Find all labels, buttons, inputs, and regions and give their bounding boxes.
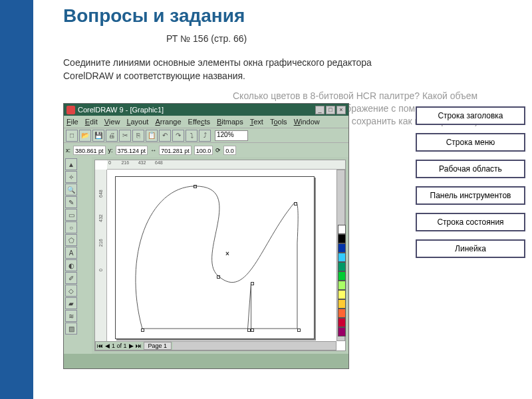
node-handle[interactable] [251, 329, 254, 332]
x-coord[interactable]: 380.861 pt [73, 146, 106, 155]
swatch-orange[interactable] [338, 309, 346, 318]
outline-tool-icon[interactable]: ◇ [65, 285, 77, 297]
center-mark-icon: × [225, 250, 229, 257]
property-bar: x: 380.861 pt y: 375.124 pt ↔ 701.281 pt… [64, 142, 348, 157]
export-icon[interactable]: ⤴ [199, 130, 211, 142]
menu-text[interactable]: Text [250, 118, 263, 126]
rectangle-tool-icon[interactable]: ▭ [65, 209, 77, 221]
swatch-white[interactable] [338, 225, 346, 234]
menu-file[interactable]: File [66, 118, 78, 126]
label-menubar[interactable]: Строка меню [416, 133, 525, 152]
workarea: ▲ ✧ 🔍 ✎ ▭ ○ ⬠ A ◐ ✐ ◇ ▰ ≋ ▨ 0 216 432 64… [64, 157, 348, 354]
w-coord[interactable]: 701.281 pt [159, 146, 192, 155]
zoom-input[interactable]: 120% [215, 130, 248, 141]
titlebar[interactable]: CorelDRAW 9 - [Graphic1] _ □ × [64, 104, 348, 116]
swatch-cyan[interactable] [338, 253, 346, 262]
swatch-yellow[interactable] [338, 290, 346, 299]
cx[interactable]: 100.0 [194, 146, 213, 155]
menu-edit[interactable]: Edit [85, 118, 98, 126]
label-boxes: Строка заголовка Строка меню Рабочая обл… [416, 106, 525, 266]
w-label: ↔ [150, 147, 156, 154]
last-page-icon[interactable]: ⏭ [136, 342, 142, 349]
node-handle[interactable] [141, 329, 144, 332]
shape-tool-icon[interactable]: ✧ [65, 171, 77, 183]
blend-tool-icon[interactable]: ≋ [65, 310, 77, 322]
paste-icon[interactable]: 📋 [146, 130, 158, 142]
page-tab[interactable]: Page 1 [144, 342, 172, 350]
menubar: File Edit View Layout Arrange Effects Bi… [64, 116, 348, 128]
menu-effects[interactable]: Effects [188, 118, 210, 126]
label-toolbox[interactable]: Панель инструментов [416, 186, 525, 205]
swatch-lime[interactable] [338, 281, 346, 290]
instruction-text: Соедините линиями основные элементы окна… [63, 57, 409, 82]
fill-tool-icon[interactable]: ▰ [65, 297, 77, 309]
new-icon[interactable]: □ [66, 130, 78, 142]
freehand-tool-icon[interactable]: ✎ [65, 196, 77, 208]
cut-icon[interactable]: ✂ [119, 130, 131, 142]
rot[interactable]: 0.0 [223, 146, 236, 155]
menu-arrange[interactable]: Arrange [155, 118, 181, 126]
menu-bitmaps[interactable]: Bitmaps [217, 118, 243, 126]
swatch-amber[interactable] [338, 299, 346, 309]
zoom-tool-icon[interactable]: 🔍 [65, 184, 77, 196]
swatch-magenta[interactable] [338, 327, 346, 336]
text-tool-icon[interactable]: A [65, 247, 77, 259]
rot-label: ⟳ [215, 147, 221, 154]
node-handle[interactable] [247, 329, 251, 332]
ruler-horizontal[interactable]: 0 216 432 648 [107, 160, 345, 170]
menu-tools[interactable]: Tools [270, 118, 287, 126]
swatch-black[interactable] [338, 234, 346, 243]
next-page-icon[interactable]: ▶ [129, 342, 134, 349]
bezier-curve[interactable] [116, 177, 314, 338]
swatch-blue[interactable] [338, 243, 346, 253]
pick-tool-icon[interactable]: ▲ [65, 158, 77, 170]
maximize-button[interactable]: □ [326, 106, 335, 114]
copy-icon[interactable]: ⎘ [132, 130, 144, 142]
import-icon[interactable]: ⤵ [186, 130, 198, 142]
node-handle[interactable] [217, 275, 220, 279]
label-workarea[interactable]: Рабочая область [416, 160, 525, 178]
redo-icon[interactable]: ↷ [172, 130, 184, 142]
standard-toolbar: □ 📂 💾 🖨 ✂ ⎘ 📋 ↶ ↷ ⤵ ⤴ 120% [64, 128, 348, 142]
print-icon[interactable]: 🖨 [106, 130, 118, 142]
y-label: y: [108, 147, 113, 154]
label-titlebar[interactable]: Строка заголовка [416, 106, 525, 125]
window-title: CorelDRAW 9 - [Graphic1] [78, 106, 164, 114]
ruler-vertical[interactable]: 648 432 216 0 [95, 170, 107, 341]
label-ruler[interactable]: Линейка [416, 239, 525, 258]
canvas[interactable]: 0 216 432 648 648 432 216 0 [94, 160, 346, 351]
prev-page-icon[interactable]: ◀ [105, 342, 110, 349]
close-button[interactable]: × [336, 106, 346, 114]
blue-sidebar [0, 0, 33, 399]
eyedropper-tool-icon[interactable]: ✐ [65, 272, 77, 284]
page[interactable]: × [115, 176, 315, 339]
node-handle[interactable] [194, 185, 197, 188]
swatch-teal[interactable] [338, 262, 346, 271]
save-icon[interactable]: 💾 [92, 130, 104, 142]
open-icon[interactable]: 📂 [79, 130, 91, 142]
toolbox: ▲ ✧ 🔍 ✎ ▭ ○ ⬠ A ◐ ✐ ◇ ▰ ≋ ▨ [64, 157, 92, 354]
scrollbar-horizontal[interactable]: ⏮ ◀ 1 of 1 ▶ ⏭ Page 1 [95, 341, 336, 350]
transparency-tool-icon[interactable]: ▨ [65, 323, 77, 334]
polygon-tool-icon[interactable]: ⬠ [65, 234, 77, 246]
node-handle[interactable] [294, 202, 297, 205]
y-coord[interactable]: 375.124 pt [116, 146, 148, 155]
first-page-icon[interactable]: ⏮ [97, 342, 103, 349]
node-handle[interactable] [297, 329, 301, 332]
x-label: x: [66, 147, 70, 154]
swatch-red[interactable] [338, 318, 346, 327]
color-palette [338, 225, 347, 336]
node-handle[interactable] [251, 282, 254, 285]
page-navigator[interactable]: ⏮ ◀ 1 of 1 ▶ ⏭ Page 1 [96, 342, 173, 350]
swatch-green[interactable] [338, 271, 346, 281]
ellipse-tool-icon[interactable]: ○ [65, 221, 77, 233]
interactive-fill-icon[interactable]: ◐ [65, 259, 77, 271]
menu-layout[interactable]: Layout [126, 118, 148, 126]
label-statusbar[interactable]: Строка состояния [416, 213, 525, 231]
undo-icon[interactable]: ↶ [159, 130, 171, 142]
app-icon [66, 106, 75, 114]
menu-window[interactable]: Window [294, 118, 320, 126]
minimize-button[interactable]: _ [315, 106, 325, 114]
coreldraw-window: CorelDRAW 9 - [Graphic1] _ □ × File Edit… [63, 103, 349, 369]
menu-view[interactable]: View [104, 118, 120, 126]
